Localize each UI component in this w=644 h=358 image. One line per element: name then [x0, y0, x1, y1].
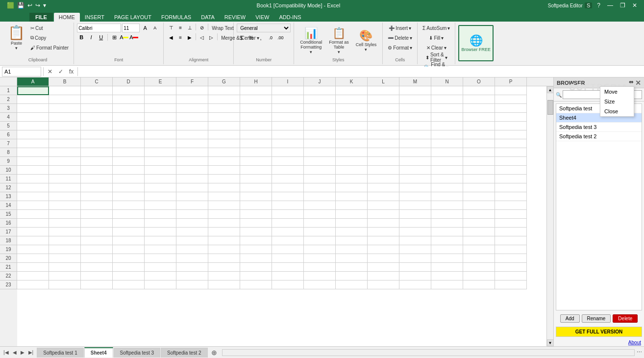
col-header-H[interactable]: H: [240, 77, 272, 86]
col-header-I[interactable]: I: [272, 77, 304, 86]
cut-button[interactable]: ✂ Cut: [28, 24, 71, 32]
cell-O1[interactable]: [463, 86, 495, 95]
wrap-text-button[interactable]: Wrap Text: [210, 24, 236, 32]
row-header-9[interactable]: 9: [0, 157, 17, 166]
row-header-11[interactable]: 11: [0, 175, 17, 183]
cell-A2[interactable]: [17, 95, 49, 104]
shrink-font-button[interactable]: A: [150, 24, 159, 32]
row-header-23[interactable]: 23: [0, 281, 17, 289]
tab-add-ins[interactable]: ADD-INS: [274, 13, 306, 22]
indent-inc-button[interactable]: ▷: [207, 33, 216, 41]
cell-G1[interactable]: [208, 86, 240, 95]
col-header-J[interactable]: J: [304, 77, 336, 86]
browser-list-item-softpedia-test-3[interactable]: Softpedia test 3: [556, 123, 642, 132]
vertical-scrollbar[interactable]: ▲ ▼: [546, 86, 553, 346]
minimize-button[interactable]: —: [604, 2, 616, 9]
sheet-nav-prev[interactable]: ◀: [11, 349, 18, 356]
sheet-nav-last[interactable]: ▶|: [27, 349, 35, 356]
about-link[interactable]: About: [554, 339, 644, 346]
tab-data[interactable]: DATA: [196, 13, 220, 22]
font-color-button[interactable]: A: [129, 33, 138, 42]
row-header-15[interactable]: 15: [0, 210, 17, 219]
sheet-nav-first[interactable]: |◀: [2, 349, 10, 356]
italic-button[interactable]: I: [87, 33, 96, 42]
copy-button[interactable]: ⧉ Copy: [28, 33, 71, 42]
align-right-button[interactable]: ▶: [185, 33, 194, 41]
percent-button[interactable]: %: [247, 33, 255, 42]
grow-font-button[interactable]: A: [141, 24, 149, 32]
decimal-increase-button[interactable]: .0: [266, 33, 275, 42]
decimal-decrease-button[interactable]: .00: [276, 33, 285, 42]
cell-A1[interactable]: [17, 86, 49, 95]
cell-L1[interactable]: [368, 86, 399, 95]
formula-input[interactable]: [80, 67, 642, 77]
cell-D1[interactable]: [113, 86, 145, 95]
sort-filter-button[interactable]: ⬍ Sort &Filter ▾: [423, 53, 449, 62]
insert-button[interactable]: ➕ Insert ▾: [387, 24, 413, 32]
tab-review[interactable]: REVIEW: [220, 13, 250, 22]
browser-panel-resize-icon[interactable]: ⇔: [629, 79, 633, 87]
browser-list-item-softpedia-test-2[interactable]: Softpedia test 2: [556, 132, 642, 141]
align-center-button[interactable]: ≡: [176, 33, 185, 41]
cell-I1[interactable]: [272, 86, 304, 95]
row-header-10[interactable]: 10: [0, 166, 17, 175]
align-middle-button[interactable]: ≡: [176, 24, 185, 31]
row-header-8[interactable]: 8: [0, 148, 17, 157]
row-header-13[interactable]: 13: [0, 192, 17, 201]
cell-K1[interactable]: [336, 86, 368, 95]
col-header-O[interactable]: O: [463, 77, 495, 86]
row-header-4[interactable]: 4: [0, 113, 17, 122]
browser-panel-close-button[interactable]: ✕: [635, 79, 641, 87]
number-format-dropdown[interactable]: General Number Currency Short Date Long …: [237, 24, 291, 32]
col-header-P[interactable]: P: [495, 77, 527, 86]
insert-function-button[interactable]: fx: [67, 68, 75, 75]
restore-button[interactable]: ❐: [617, 2, 628, 9]
font-size-input[interactable]: [122, 24, 140, 32]
text-orientation-button[interactable]: ⊘: [198, 24, 206, 31]
sheet-tab-softpedia-test-3[interactable]: Softpedia test 3: [114, 348, 161, 358]
fill-button[interactable]: ⬇ Fill ▾: [427, 33, 446, 42]
cell-M1[interactable]: [399, 86, 431, 95]
row-header-2[interactable]: 2: [0, 95, 17, 104]
row-header-16[interactable]: 16: [0, 219, 17, 228]
add-sheet-button[interactable]: Add: [560, 314, 580, 323]
col-header-M[interactable]: M: [399, 77, 431, 86]
col-header-C[interactable]: C: [81, 77, 113, 86]
col-header-K[interactable]: K: [336, 77, 368, 86]
cancel-formula-button[interactable]: ✕: [46, 68, 54, 75]
col-header-A[interactable]: A: [17, 77, 49, 86]
redo-button[interactable]: ↪: [34, 2, 41, 9]
align-bottom-button[interactable]: ⊥: [185, 24, 194, 31]
borders-button[interactable]: ⊞: [110, 33, 119, 42]
cell-F1[interactable]: [176, 86, 208, 95]
bold-button[interactable]: B: [77, 33, 86, 42]
row-header-18[interactable]: 18: [0, 236, 17, 245]
clear-button[interactable]: ✕ Clear ▾: [424, 43, 448, 52]
align-top-button[interactable]: ⊤: [167, 24, 175, 31]
indent-dec-button[interactable]: ◁: [198, 33, 206, 41]
fill-color-button[interactable]: A: [120, 33, 128, 42]
col-header-N[interactable]: N: [431, 77, 463, 86]
sheet-tab-options-icon[interactable]: ⋯: [637, 349, 642, 356]
cell-reference-box[interactable]: [2, 67, 41, 77]
conditional-formatting-button[interactable]: 📊 ConditionalFormatting ▾: [297, 27, 325, 54]
row-header-7[interactable]: 7: [0, 139, 17, 148]
row-header-14[interactable]: 14: [0, 201, 17, 210]
cell-B1[interactable]: [49, 86, 81, 95]
cell-H1[interactable]: [240, 86, 272, 95]
confirm-formula-button[interactable]: ✓: [56, 68, 65, 75]
row-header-6[interactable]: 6: [0, 130, 17, 139]
format-as-table-button[interactable]: 📋 Format asTable ▾: [326, 27, 352, 54]
row-header-1[interactable]: 1: [0, 86, 17, 95]
col-header-B[interactable]: B: [49, 77, 81, 86]
cell-J1[interactable]: [304, 86, 336, 95]
sheet-tab-softpedia-test-1[interactable]: Softpedia test 1: [37, 348, 84, 358]
get-full-version-button[interactable]: GET FULL VERSION: [556, 327, 642, 337]
col-header-G[interactable]: G: [208, 77, 240, 86]
cell-P1[interactable]: [495, 86, 527, 95]
cell-E1[interactable]: [145, 86, 176, 95]
row-header-5[interactable]: 5: [0, 122, 17, 130]
add-sheet-tab-button[interactable]: ⊕: [208, 348, 220, 358]
tab-formulas[interactable]: FORMULAS: [156, 13, 196, 22]
tab-file[interactable]: FILE: [29, 13, 53, 22]
